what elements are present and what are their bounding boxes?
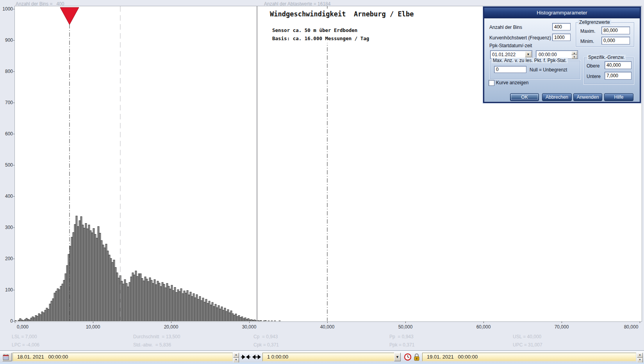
show-curve-label[interactable]: Kurve anzeigen [496,80,528,85]
histogram-bar [105,244,107,321]
histogram-bar [121,281,123,321]
histogram-bar [213,306,215,321]
ppk-time-spinner[interactable]: ▲▼ [571,51,577,57]
histogram-bar [35,316,37,321]
y-axis-tick [13,321,14,321]
y-tick-label: 400 [0,194,13,199]
stat-value: USL = 40,000 [513,334,541,339]
end-datetime-field[interactable]: 19.01. 2021 00:00:00 [422,353,636,361]
show-curve-checkbox[interactable] [489,80,494,86]
ppk-start-label: Ppk-Startdatum/-zeit [489,43,532,48]
histogram-bar [155,284,157,321]
start-datetime-spinner[interactable]: ▲▼ [233,353,239,361]
histogram-bar [151,280,152,321]
histogram-bar [179,291,180,321]
histogram-bar [74,224,76,321]
histogram-bar [210,305,212,321]
histogram-bar [123,284,124,321]
max-points-input[interactable] [494,66,526,73]
maximum-input[interactable] [601,27,630,34]
histogram-bar [54,293,55,321]
end-datetime-spinner[interactable]: ▲▼ [637,353,643,361]
peak-input[interactable] [552,34,571,41]
histogram-bar [118,278,120,321]
histogram-bar [127,287,129,321]
histogram-bar [112,263,113,321]
histogram-bar [71,237,73,321]
histogram-bar [110,258,112,321]
spec-limits-group-label: Spezifik.-Grenzw. [587,55,626,60]
histogram-bar [30,318,32,321]
upper-limit-input[interactable] [605,61,632,69]
histogram-bar [20,319,21,321]
lower-limit-input[interactable] [605,72,632,80]
histogram-bar [194,298,196,321]
histogram-bar [27,319,29,321]
histogram-bar [144,277,146,321]
y-tick-label: 1000 [0,6,13,12]
histogram-bar [263,321,265,321]
y-tick-label: 800 [0,69,13,74]
dialog-titlebar[interactable]: Histogrammparameter [484,8,640,18]
histogram-bar [226,311,227,321]
ok-button[interactable]: OK [510,93,539,101]
y-tick-label: 0 [0,318,13,324]
calendar-icon [3,354,9,360]
lock-icon[interactable] [414,353,420,361]
histogram-bar [26,318,27,321]
help-button[interactable]: Hilfe [604,93,633,101]
histogram-bar [260,320,262,321]
chart-title-block: Windgeschwindigkeit Arneburg / Elbe Sens… [267,9,425,43]
y-axis-tick [13,227,14,228]
calendar-button[interactable] [2,353,12,361]
histogram-bar [207,303,209,321]
histogram-bar [37,316,38,321]
histogram-bar [157,281,159,321]
histogram-bar [251,320,252,321]
histogram-bar [70,246,71,321]
histogram-bar [104,248,105,321]
x-tick-label: 70,000 [555,324,569,330]
x-axis-tick [640,321,640,323]
x-axis-tick [562,321,562,323]
histogram-bar [95,234,96,321]
histogram-bar [124,280,126,321]
apply-button[interactable]: Anwenden [573,93,602,101]
histogram-bar [268,321,269,321]
zoom-out-range-icon[interactable] [252,354,261,360]
histogram-bar [180,289,182,321]
zoom-in-range-icon[interactable] [241,354,250,360]
interval-field[interactable]: 1 0:00:00 [262,353,394,361]
chart-subtitle-sensor: Sensor ca. 50 m über Erdboden [272,27,357,33]
y-axis-tick [13,196,14,197]
histogram-bar [135,271,137,321]
maximum-label: Maxim. [580,28,596,34]
histogram-bar [29,320,30,321]
histogram-bar [79,220,80,321]
x-tick-label: 10,000 [86,324,100,330]
cancel-button[interactable]: Abbrechen [542,93,572,101]
histogram-bar [154,280,155,321]
histogram-bar [204,302,205,321]
lsl-marker-triangle-icon[interactable] [60,7,79,25]
start-datetime-field[interactable]: 18.01. 2021 00:00:00 [12,353,233,361]
ppk-date-value: 01.01.2022 [492,52,516,57]
histogram-bar [169,289,171,321]
histogram-bar [126,283,127,321]
cell-limits-group: Zellgrenzwerte Maxim. Minim. [575,22,635,47]
histogram-bar [224,308,226,321]
histogram-bar [229,313,230,321]
histogram-bar [223,310,224,321]
histogram-bar [244,318,246,321]
interval-dropdown-button[interactable]: ▼ [394,353,401,361]
histogram-bar [185,293,187,321]
histogram-bar [152,283,154,321]
clock-icon[interactable] [404,353,412,361]
upper-limit-label: Obere [587,63,599,69]
y-axis-tick [13,134,14,134]
histogram-bar [43,313,45,321]
minimum-input[interactable] [601,37,630,44]
bins-input[interactable] [552,23,571,30]
ppk-date-dropdown-button[interactable]: ▼ [525,51,532,57]
histogram-bar [254,320,255,321]
